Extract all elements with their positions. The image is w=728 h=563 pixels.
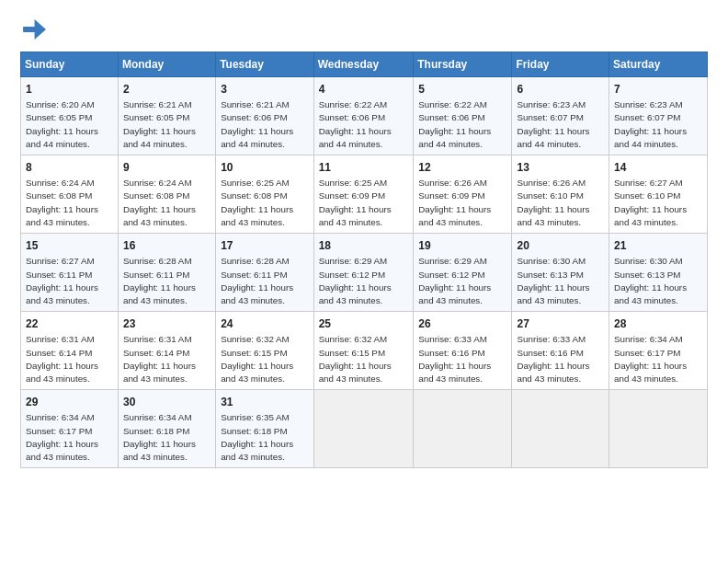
day-number: 6 xyxy=(517,82,604,97)
day-info: Sunrise: 6:33 AMSunset: 6:16 PMDaylight:… xyxy=(418,334,491,384)
day-info: Sunrise: 6:23 AMSunset: 6:07 PMDaylight:… xyxy=(517,99,589,149)
calendar-cell: 12 Sunrise: 6:26 AMSunset: 6:09 PMDaylig… xyxy=(414,155,512,234)
day-info: Sunrise: 6:32 AMSunset: 6:15 PMDaylight:… xyxy=(221,334,293,384)
calendar-cell: 11 Sunrise: 6:25 AMSunset: 6:09 PMDaylig… xyxy=(313,155,414,234)
week-row-3: 15 Sunrise: 6:27 AMSunset: 6:11 PMDaylig… xyxy=(21,234,708,312)
calendar-cell: 4 Sunrise: 6:22 AMSunset: 6:06 PMDayligh… xyxy=(313,77,414,155)
calendar-cell: 7 Sunrise: 6:23 AMSunset: 6:07 PMDayligh… xyxy=(609,77,708,155)
day-info: Sunrise: 6:30 AMSunset: 6:13 PMDaylight:… xyxy=(517,256,589,305)
calendar-cell: 22 Sunrise: 6:31 AMSunset: 6:14 PMDaylig… xyxy=(21,312,119,390)
day-number: 29 xyxy=(26,395,113,409)
day-number: 15 xyxy=(26,238,113,253)
calendar-cell: 21 Sunrise: 6:30 AMSunset: 6:13 PMDaylig… xyxy=(609,234,708,312)
calendar-cell: 17 Sunrise: 6:28 AMSunset: 6:11 PMDaylig… xyxy=(216,234,313,312)
day-number: 23 xyxy=(123,316,210,331)
calendar-cell: 31 Sunrise: 6:35 AMSunset: 6:18 PMDaylig… xyxy=(216,390,313,468)
day-info: Sunrise: 6:35 AMSunset: 6:18 PMDaylight:… xyxy=(221,412,293,462)
day-number: 7 xyxy=(614,82,702,97)
week-row-1: 1 Sunrise: 6:20 AMSunset: 6:05 PMDayligh… xyxy=(21,77,708,155)
header-row: SundayMondayTuesdayWednesdayThursdayFrid… xyxy=(21,52,708,77)
calendar-cell: 14 Sunrise: 6:27 AMSunset: 6:10 PMDaylig… xyxy=(609,155,708,234)
day-info: Sunrise: 6:30 AMSunset: 6:13 PMDaylight:… xyxy=(614,256,687,305)
logo-icon xyxy=(20,17,46,42)
calendar-cell: 8 Sunrise: 6:24 AMSunset: 6:08 PMDayligh… xyxy=(21,155,119,234)
day-info: Sunrise: 6:34 AMSunset: 6:17 PMDaylight:… xyxy=(26,412,98,462)
day-info: Sunrise: 6:28 AMSunset: 6:11 PMDaylight:… xyxy=(123,256,196,305)
calendar-cell: 10 Sunrise: 6:25 AMSunset: 6:08 PMDaylig… xyxy=(216,155,313,234)
calendar-cell xyxy=(512,390,609,468)
day-number: 11 xyxy=(319,160,409,175)
day-number: 5 xyxy=(418,82,506,97)
day-info: Sunrise: 6:34 AMSunset: 6:18 PMDaylight:… xyxy=(123,412,196,462)
day-number: 27 xyxy=(517,316,604,331)
calendar-cell: 5 Sunrise: 6:22 AMSunset: 6:06 PMDayligh… xyxy=(414,77,512,155)
day-info: Sunrise: 6:22 AMSunset: 6:06 PMDaylight:… xyxy=(418,99,491,149)
day-number: 26 xyxy=(418,316,506,331)
day-number: 28 xyxy=(614,316,702,331)
day-number: 4 xyxy=(319,82,409,97)
day-info: Sunrise: 6:28 AMSunset: 6:11 PMDaylight:… xyxy=(221,256,293,305)
calendar-cell: 18 Sunrise: 6:29 AMSunset: 6:12 PMDaylig… xyxy=(313,234,414,312)
calendar-cell: 3 Sunrise: 6:21 AMSunset: 6:06 PMDayligh… xyxy=(216,77,313,155)
day-number: 22 xyxy=(26,316,113,331)
day-info: Sunrise: 6:32 AMSunset: 6:15 PMDaylight:… xyxy=(319,334,392,384)
day-info: Sunrise: 6:33 AMSunset: 6:16 PMDaylight:… xyxy=(517,334,589,384)
day-number: 25 xyxy=(319,316,409,331)
calendar-cell: 23 Sunrise: 6:31 AMSunset: 6:14 PMDaylig… xyxy=(118,312,215,390)
day-number: 31 xyxy=(221,395,308,409)
calendar-cell: 26 Sunrise: 6:33 AMSunset: 6:16 PMDaylig… xyxy=(414,312,512,390)
day-info: Sunrise: 6:21 AMSunset: 6:06 PMDaylight:… xyxy=(221,99,293,149)
week-row-4: 22 Sunrise: 6:31 AMSunset: 6:14 PMDaylig… xyxy=(21,312,708,390)
day-number: 12 xyxy=(418,160,506,175)
calendar-body: 1 Sunrise: 6:20 AMSunset: 6:05 PMDayligh… xyxy=(21,77,708,468)
calendar-cell xyxy=(414,390,512,468)
day-number: 2 xyxy=(123,82,210,97)
header-day-friday: Friday xyxy=(512,52,609,77)
day-info: Sunrise: 6:27 AMSunset: 6:10 PMDaylight:… xyxy=(614,178,687,227)
day-info: Sunrise: 6:31 AMSunset: 6:14 PMDaylight:… xyxy=(123,334,196,384)
week-row-2: 8 Sunrise: 6:24 AMSunset: 6:08 PMDayligh… xyxy=(21,155,708,234)
calendar-cell: 1 Sunrise: 6:20 AMSunset: 6:05 PMDayligh… xyxy=(21,77,119,155)
calendar-cell xyxy=(609,390,708,468)
calendar-cell xyxy=(313,390,414,468)
day-number: 16 xyxy=(123,238,210,253)
calendar-table: SundayMondayTuesdayWednesdayThursdayFrid… xyxy=(20,52,708,468)
day-info: Sunrise: 6:24 AMSunset: 6:08 PMDaylight:… xyxy=(123,178,196,227)
day-number: 14 xyxy=(614,160,702,175)
calendar-cell: 16 Sunrise: 6:28 AMSunset: 6:11 PMDaylig… xyxy=(118,234,215,312)
day-info: Sunrise: 6:31 AMSunset: 6:14 PMDaylight:… xyxy=(26,334,98,384)
calendar-header: SundayMondayTuesdayWednesdayThursdayFrid… xyxy=(21,52,708,77)
header-day-monday: Monday xyxy=(118,52,215,77)
day-info: Sunrise: 6:34 AMSunset: 6:17 PMDaylight:… xyxy=(614,334,687,384)
day-info: Sunrise: 6:26 AMSunset: 6:09 PMDaylight:… xyxy=(418,178,491,227)
day-info: Sunrise: 6:25 AMSunset: 6:09 PMDaylight:… xyxy=(319,178,392,227)
day-info: Sunrise: 6:22 AMSunset: 6:06 PMDaylight:… xyxy=(319,99,392,149)
logo xyxy=(20,17,50,42)
day-info: Sunrise: 6:25 AMSunset: 6:08 PMDaylight:… xyxy=(221,178,293,227)
calendar-cell: 30 Sunrise: 6:34 AMSunset: 6:18 PMDaylig… xyxy=(118,390,215,468)
day-number: 13 xyxy=(517,160,604,175)
day-number: 19 xyxy=(418,238,506,253)
calendar-cell: 13 Sunrise: 6:26 AMSunset: 6:10 PMDaylig… xyxy=(512,155,609,234)
day-info: Sunrise: 6:26 AMSunset: 6:10 PMDaylight:… xyxy=(517,178,589,227)
calendar-cell: 24 Sunrise: 6:32 AMSunset: 6:15 PMDaylig… xyxy=(216,312,313,390)
calendar-cell: 29 Sunrise: 6:34 AMSunset: 6:17 PMDaylig… xyxy=(21,390,119,468)
header-day-sunday: Sunday xyxy=(21,52,119,77)
day-number: 30 xyxy=(123,395,210,409)
day-number: 8 xyxy=(26,160,113,175)
day-number: 21 xyxy=(614,238,702,253)
calendar-cell: 20 Sunrise: 6:30 AMSunset: 6:13 PMDaylig… xyxy=(512,234,609,312)
day-info: Sunrise: 6:23 AMSunset: 6:07 PMDaylight:… xyxy=(614,99,687,149)
day-number: 24 xyxy=(221,316,308,331)
week-row-5: 29 Sunrise: 6:34 AMSunset: 6:17 PMDaylig… xyxy=(21,390,708,468)
calendar-cell: 9 Sunrise: 6:24 AMSunset: 6:08 PMDayligh… xyxy=(118,155,215,234)
header xyxy=(20,17,708,42)
calendar-cell: 6 Sunrise: 6:23 AMSunset: 6:07 PMDayligh… xyxy=(512,77,609,155)
calendar-cell: 28 Sunrise: 6:34 AMSunset: 6:17 PMDaylig… xyxy=(609,312,708,390)
day-info: Sunrise: 6:20 AMSunset: 6:05 PMDaylight:… xyxy=(26,99,98,149)
day-number: 1 xyxy=(26,82,113,97)
header-day-tuesday: Tuesday xyxy=(216,52,313,77)
day-info: Sunrise: 6:29 AMSunset: 6:12 PMDaylight:… xyxy=(319,256,392,305)
calendar-cell: 27 Sunrise: 6:33 AMSunset: 6:16 PMDaylig… xyxy=(512,312,609,390)
day-number: 20 xyxy=(517,238,604,253)
